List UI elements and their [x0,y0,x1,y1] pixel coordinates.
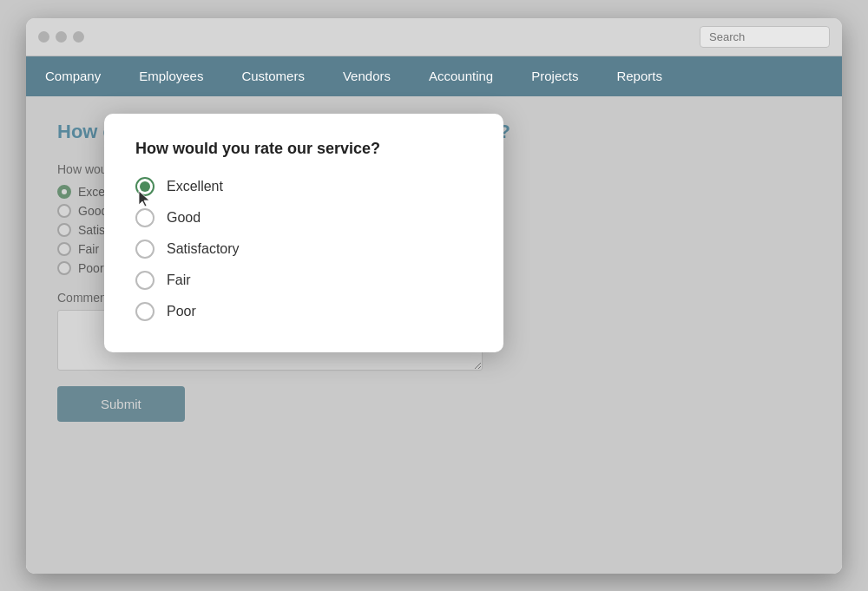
modal-radio-satisfactory-label: Satisfactory [167,241,240,257]
nav-item-company[interactable]: Company [26,56,120,96]
modal-radio-satisfactory[interactable]: Satisfactory [135,240,469,259]
modal-radio-fair-label: Fair [167,273,191,288]
modal-radio-fair-circle [135,271,155,290]
modal-radio-excellent[interactable]: Excellent [135,177,469,196]
modal-radio-excellent-circle [135,177,155,196]
modal-radio-group: Excellent Good [135,177,469,321]
modal-radio-poor-circle [135,302,155,321]
modal-radio-poor-label: Poor [167,304,196,319]
modal-title: How would you rate our service? [135,140,469,158]
minimize-button[interactable] [56,31,67,43]
modal-radio-poor[interactable]: Poor [135,302,469,321]
modal-radio-fair[interactable]: Fair [135,271,469,290]
modal-radio-satisfactory-circle [135,240,155,259]
traffic-lights [38,31,84,43]
nav-item-vendors[interactable]: Vendors [324,56,410,96]
modal-overlay: How would you rate our service? Excellen… [26,96,842,574]
main-content: How can we improve in order to serve you… [26,96,842,574]
modal-radio-excellent-label: Excellent [167,179,223,194]
search-input[interactable] [700,26,830,48]
modal-radio-good-label: Good [167,210,201,226]
nav-item-reports[interactable]: Reports [597,56,681,96]
nav-item-employees[interactable]: Employees [120,56,222,96]
title-bar-search [700,26,830,48]
nav-item-accounting[interactable]: Accounting [410,56,512,96]
close-button[interactable] [38,31,49,43]
nav-item-projects[interactable]: Projects [512,56,597,96]
nav-item-customers[interactable]: Customers [222,56,324,96]
modal-radio-good[interactable]: Good [135,208,469,227]
modal-radio-good-circle [135,208,155,227]
rating-modal: How would you rate our service? Excellen… [104,114,503,352]
app-window: Company Employees Customers Vendors Acco… [26,18,842,574]
title-bar [26,18,842,56]
nav-bar: Company Employees Customers Vendors Acco… [26,56,842,96]
maximize-button[interactable] [73,31,84,43]
